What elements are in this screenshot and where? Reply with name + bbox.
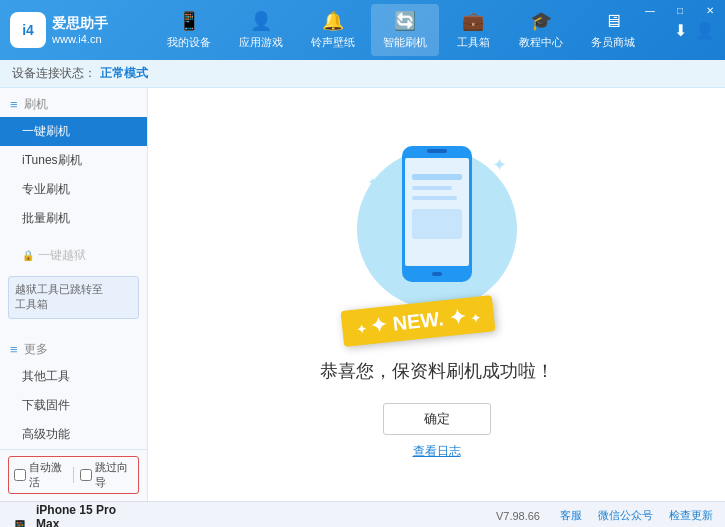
- nav-toolbox-label: 工具箱: [457, 35, 490, 50]
- nav-app-game[interactable]: 👤 应用游戏: [227, 4, 295, 56]
- ringtone-icon: 🔔: [322, 10, 344, 32]
- sparkle-icon-1: ✦: [492, 154, 507, 176]
- sparkle-icon-2: ✦: [367, 174, 379, 190]
- log-link[interactable]: 查看日志: [413, 443, 461, 460]
- logo: i4 爱思助手 www.i4.cn: [10, 12, 108, 48]
- auto-activate-row: 自动激活 跳过向导: [8, 456, 139, 494]
- minimize-button[interactable]: —: [635, 0, 665, 20]
- logo-icon: i4: [10, 12, 46, 48]
- sidebar-item-itunes-flash[interactable]: iTunes刷机: [0, 146, 147, 175]
- close-button[interactable]: ✕: [695, 0, 725, 20]
- sidebar-item-one-key-flash[interactable]: 一键刷机: [0, 117, 147, 146]
- user-icon[interactable]: 👤: [695, 21, 715, 40]
- sidebar: ≡ 刷机 一键刷机 iTunes刷机 专业刷机 批量刷机 🔒 一键越狱 越狱工具…: [0, 88, 148, 501]
- device-phone-icon: 📱: [10, 519, 30, 527]
- notice-box: 越狱工具已跳转至工具箱: [8, 276, 139, 319]
- device-info: iPhone 15 Pro Max 512GB iPhone: [36, 503, 137, 527]
- topbar: i4 爱思助手 www.i4.cn 📱 我的设备 👤 应用游戏 🔔 铃声壁纸 🔄…: [0, 0, 725, 60]
- svg-rect-7: [412, 209, 462, 239]
- device-name: iPhone 15 Pro Max: [36, 503, 137, 527]
- svg-rect-2: [427, 149, 447, 153]
- sidebar-bottom: 自动激活 跳过向导 📱 iPhone 15 Pro Max 512GB iPho…: [0, 449, 147, 527]
- breadcrumb-status: 正常模式: [100, 65, 148, 82]
- maximize-button[interactable]: □: [665, 0, 695, 20]
- nav-smart-flash[interactable]: 🔄 智能刷机: [371, 4, 439, 56]
- svg-rect-3: [432, 272, 442, 276]
- version-label: V7.98.66: [496, 510, 540, 522]
- nav-service-label: 务员商城: [591, 35, 635, 50]
- nav-app-game-label: 应用游戏: [239, 35, 283, 50]
- sidebar-item-advanced[interactable]: 高级功能: [0, 420, 147, 449]
- success-title: 恭喜您，保资料刷机成功啦！: [320, 359, 554, 383]
- svg-rect-5: [412, 186, 452, 190]
- device-row: 📱 iPhone 15 Pro Max 512GB iPhone: [8, 500, 139, 527]
- nav-smart-flash-label: 智能刷机: [383, 35, 427, 50]
- confirm-button[interactable]: 确定: [383, 403, 491, 435]
- nav-tutorial-label: 教程中心: [519, 35, 563, 50]
- main-layout: ≡ 刷机 一键刷机 iTunes刷机 专业刷机 批量刷机 🔒 一键越狱 越狱工具…: [0, 88, 725, 501]
- nav-items: 📱 我的设备 👤 应用游戏 🔔 铃声壁纸 🔄 智能刷机 💼 工具箱 🎓 教程中心…: [128, 4, 674, 56]
- more-section-title: ≡ 更多: [0, 333, 147, 362]
- tutorial-icon: 🎓: [530, 10, 552, 32]
- guided-activate-checkbox[interactable]: 跳过向导: [80, 460, 133, 490]
- customer-service-link[interactable]: 客服: [560, 508, 582, 523]
- toolbox-icon: 💼: [462, 10, 484, 32]
- checkbox-divider: [73, 467, 74, 483]
- nav-ringtone-label: 铃声壁纸: [311, 35, 355, 50]
- app-game-icon: 👤: [250, 10, 272, 32]
- smart-flash-icon: 🔄: [394, 10, 416, 32]
- sidebar-item-batch-flash[interactable]: 批量刷机: [0, 204, 147, 233]
- more-section-icon: ≡: [10, 342, 18, 357]
- nav-ringtone[interactable]: 🔔 铃声壁纸: [299, 4, 367, 56]
- sidebar-item-pro-flash[interactable]: 专业刷机: [0, 175, 147, 204]
- my-device-icon: 📱: [178, 10, 200, 32]
- phone-svg: [397, 144, 477, 284]
- guided-activate-input[interactable]: [80, 469, 92, 481]
- logo-text: 爱思助手 www.i4.cn: [52, 14, 108, 46]
- statusbar-links: 客服 微信公众号 检查更新: [560, 508, 713, 523]
- flash-section-icon: ≡: [10, 97, 18, 112]
- breadcrumb-prefix: 设备连接状态：: [12, 65, 96, 82]
- nav-my-device-label: 我的设备: [167, 35, 211, 50]
- success-illustration: ✦ ✦ ✦ NEW. ✦: [337, 129, 537, 349]
- wechat-link[interactable]: 微信公众号: [598, 508, 653, 523]
- auto-activate-checkbox[interactable]: 自动激活: [14, 460, 67, 490]
- sidebar-disabled-jailbreak: 🔒 一键越狱: [0, 241, 147, 270]
- auto-activate-input[interactable]: [14, 469, 26, 481]
- lock-icon: 🔒: [22, 250, 34, 261]
- service-icon: 🖥: [604, 11, 622, 32]
- nav-tutorial[interactable]: 🎓 教程中心: [507, 4, 575, 56]
- sidebar-item-other-tools[interactable]: 其他工具: [0, 362, 147, 391]
- flash-section-title: ≡ 刷机: [0, 88, 147, 117]
- svg-rect-4: [412, 174, 462, 180]
- sidebar-item-download-firmware[interactable]: 下载固件: [0, 391, 147, 420]
- window-controls: — □ ✕: [635, 0, 725, 20]
- svg-rect-6: [412, 196, 457, 200]
- download-icon[interactable]: ⬇: [674, 21, 687, 40]
- breadcrumb: 设备连接状态： 正常模式: [0, 60, 725, 88]
- new-badge: ✦ NEW. ✦: [340, 295, 495, 347]
- check-update-link[interactable]: 检查更新: [669, 508, 713, 523]
- nav-toolbox[interactable]: 💼 工具箱: [443, 4, 503, 56]
- topbar-right: ⬇ 👤: [674, 21, 715, 40]
- nav-my-device[interactable]: 📱 我的设备: [155, 4, 223, 56]
- content-area: ✦ ✦ ✦ NEW. ✦ 恭喜您，保资料刷机成功啦！ 确定 查看日志: [148, 88, 725, 501]
